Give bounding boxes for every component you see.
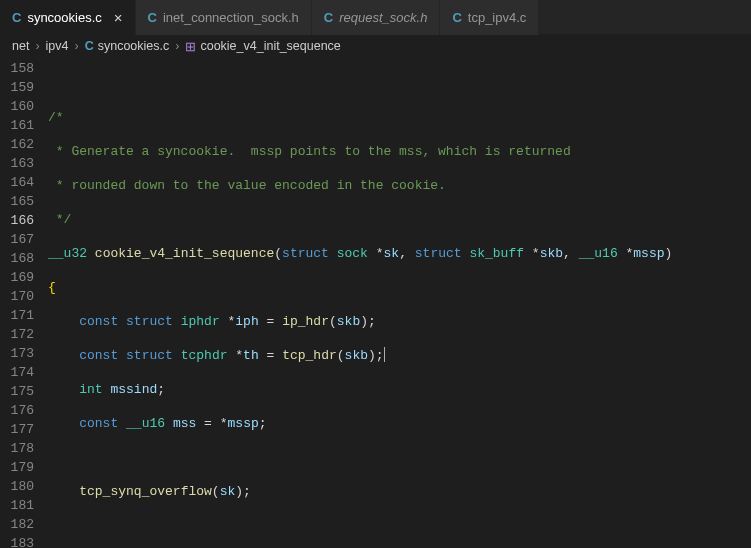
breadcrumb-segment[interactable]: ipv4: [46, 39, 69, 53]
line-number: 183: [0, 534, 34, 548]
function-icon: ⊞: [185, 39, 196, 54]
tab-syncookies[interactable]: C syncookies.c ×: [0, 0, 136, 35]
c-file-icon: C: [324, 10, 333, 25]
line-number: 170: [0, 287, 34, 306]
line-number: 173: [0, 344, 34, 363]
line-number: 174: [0, 363, 34, 382]
tab-bar: C syncookies.c × C inet_connection_sock.…: [0, 0, 751, 35]
line-number: 164: [0, 173, 34, 192]
tab-label: inet_connection_sock.h: [163, 10, 299, 25]
editor[interactable]: 1581591601611621631641651661671681691701…: [0, 57, 751, 548]
tab-label: request_sock.h: [339, 10, 427, 25]
line-number: 177: [0, 420, 34, 439]
line-number: 166: [0, 211, 34, 230]
c-file-icon: C: [85, 39, 94, 53]
comment: * rounded down to the value encoded in t…: [48, 178, 446, 193]
chevron-right-icon: ›: [175, 39, 179, 53]
c-file-icon: C: [148, 10, 157, 25]
line-number: 178: [0, 439, 34, 458]
tab-inet-connection-sock[interactable]: C inet_connection_sock.h: [136, 0, 312, 35]
line-number: 179: [0, 458, 34, 477]
line-number: 171: [0, 306, 34, 325]
line-number: 158: [0, 59, 34, 78]
c-file-icon: C: [452, 10, 461, 25]
tab-label: syncookies.c: [27, 10, 101, 25]
code-area[interactable]: /* * Generate a syncookie. mssp points t…: [48, 57, 751, 548]
chevron-right-icon: ›: [35, 39, 39, 53]
line-number: 168: [0, 249, 34, 268]
line-number: 172: [0, 325, 34, 344]
line-number: 161: [0, 116, 34, 135]
line-number: 165: [0, 192, 34, 211]
line-number: 176: [0, 401, 34, 420]
line-number: 167: [0, 230, 34, 249]
line-number: 169: [0, 268, 34, 287]
tab-label: tcp_ipv4.c: [468, 10, 527, 25]
line-number: 162: [0, 135, 34, 154]
breadcrumb-segment[interactable]: net: [12, 39, 29, 53]
breadcrumb-symbol[interactable]: cookie_v4_init_sequence: [200, 39, 340, 53]
c-file-icon: C: [12, 10, 21, 25]
tab-request-sock[interactable]: C request_sock.h: [312, 0, 441, 35]
line-number: 160: [0, 97, 34, 116]
function-name: cookie_v4_init_sequence: [95, 246, 274, 261]
tab-tcp-ipv4[interactable]: C tcp_ipv4.c: [440, 0, 539, 35]
line-number: 182: [0, 515, 34, 534]
breadcrumb[interactable]: net › ipv4 › C syncookies.c › ⊞ cookie_v…: [0, 35, 751, 57]
text-cursor: [384, 347, 385, 362]
return-type: __u32: [48, 246, 87, 261]
line-number: 163: [0, 154, 34, 173]
line-number: 181: [0, 496, 34, 515]
close-icon[interactable]: ×: [114, 9, 123, 26]
line-number: 180: [0, 477, 34, 496]
line-number-gutter: 1581591601611621631641651661671681691701…: [0, 57, 48, 548]
breadcrumb-file[interactable]: syncookies.c: [98, 39, 170, 53]
comment: /*: [48, 110, 64, 125]
comment: */: [48, 212, 71, 227]
line-number: 159: [0, 78, 34, 97]
chevron-right-icon: ›: [75, 39, 79, 53]
line-number: 175: [0, 382, 34, 401]
comment: * Generate a syncookie. mssp points to t…: [48, 144, 571, 159]
